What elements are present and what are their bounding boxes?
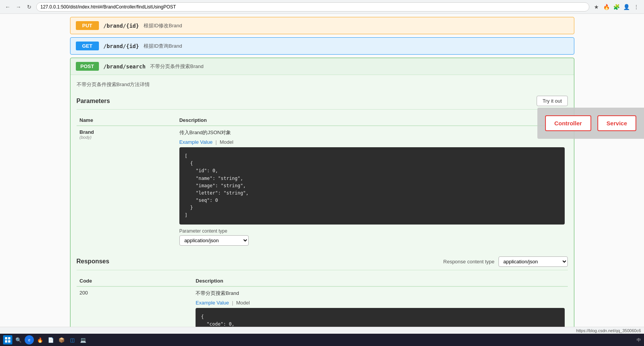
response-content-type-label: Response content type [443,259,495,264]
taskbar-right: 中 [637,337,641,343]
flame-icon: 🔥 [602,3,610,11]
resp-code-200: 200 [80,290,88,296]
taskbar-icon-4[interactable]: 📦 [57,335,66,344]
back-button[interactable]: ← [4,3,12,11]
user-icon: 👤 [622,3,630,11]
taskbar-icon-2[interactable]: 🔥 [35,335,45,344]
status-url: https://blog.csdn.net/qq_350060c6 [576,328,641,333]
param-location: (body) [80,135,173,140]
param-name: Brand [80,129,173,135]
puzzle-icon: 🧩 [612,3,620,11]
responses-title: Responses [77,258,109,265]
put-desc: 根据ID修改Brand [144,22,182,29]
controller-button[interactable]: Controller [545,115,591,131]
param-content-type: Parameter content type application/json [179,228,565,246]
response-content-type-select[interactable]: application/json [498,256,568,267]
method-detail: 不带分页条件搜索Brand方法详情 [77,81,568,88]
search-taskbar-icon[interactable]: 🔍 [14,335,23,344]
bookmark-star-icon: ★ [592,3,600,11]
example-value-link[interactable]: Example Value [179,139,212,145]
taskbar-icon-5[interactable]: ◫ [68,335,77,344]
service-button[interactable]: Service [597,115,636,131]
response-content-type-row: Response content type application/json [443,256,568,267]
post-path: /brand/search [104,63,146,70]
page-content: PUT /brand/{id} 根据ID修改Brand GET /brand/{… [0,17,644,346]
param-row: Brand (body) 传入Brand的JSON对象 Example Valu… [77,126,568,249]
svg-rect-3 [8,340,10,343]
resp-example-value-link[interactable]: Example Value [196,300,229,306]
post-desc: 不带分页条件搜索Brand [150,63,204,70]
params-table: Name Description Brand (body) 传入Brand的JS… [77,115,568,249]
resp-desc-200: 不带分页搜索Brand [196,290,564,297]
try-it-out-button[interactable]: Try it out [537,96,567,106]
taskbar-icon-3[interactable]: 📄 [46,335,55,344]
start-button[interactable] [3,335,12,344]
forward-button[interactable]: → [15,3,22,11]
floating-popup: Controller Service [537,108,644,139]
get-badge: GET [76,42,99,50]
browser-bar: ← → ↻ ★ 🔥 🧩 👤 ⋮ [0,0,644,14]
svg-rect-2 [5,340,7,343]
description-col-header: Description [176,115,568,126]
put-path: /brand/{id} [104,23,139,29]
parameters-header: Parameters Try it out [77,96,568,110]
post-badge: POST [76,62,99,71]
param-description: 传入Brand的JSON对象 [179,129,565,136]
responses-header: Responses Response content type applicat… [77,256,568,270]
model-link[interactable]: Model [220,139,233,145]
reload-button[interactable]: ↻ [25,3,33,11]
address-bar[interactable] [36,2,589,12]
put-badge: PUT [76,21,99,30]
taskbar-icon-6[interactable]: 💻 [79,335,88,344]
taskbar-icon-1[interactable]: e [25,335,34,344]
get-api-row[interactable]: GET /brand/{id} 根据ID查询Brand [70,37,574,55]
status-bar: https://blog.csdn.net/qq_350060c6 [0,327,644,334]
param-content-type-select[interactable]: application/json [179,235,249,246]
resp-separator: | [232,300,233,306]
name-col-header: Name [77,115,176,126]
separator: | [216,139,217,145]
example-value-label: Example Value | Model [179,139,565,145]
resp-description-col-header: Description [192,276,567,286]
param-content-type-label: Parameter content type [179,228,565,234]
post-expanded-content: 不带分页条件搜索Brand方法详情 Parameters Try it out … [70,75,574,346]
svg-rect-0 [5,337,7,339]
get-desc: 根据ID查询Brand [144,43,182,50]
taskbar: 🔍 e 🔥 📄 📦 ◫ 💻 中 [0,334,644,346]
menu-icon: ⋮ [632,3,640,11]
parameters-title: Parameters [77,98,110,105]
main-content: PUT /brand/{id} 根据ID修改Brand GET /brand/{… [70,17,574,346]
resp-model-link[interactable]: Model [236,300,249,306]
resp-example-label: Example Value | Model [196,300,564,306]
post-header: POST /brand/search 不带分页条件搜索Brand [70,58,574,75]
put-api-row[interactable]: PUT /brand/{id} 根据ID修改Brand [70,17,574,34]
post-api-row[interactable]: POST /brand/search 不带分页条件搜索Brand 不带分页条件搜… [70,58,574,346]
get-path: /brand/{id} [104,43,139,49]
code-col-header: Code [77,276,193,286]
svg-rect-1 [8,337,10,339]
request-code-block: [ { "id": 0, "name": "string", "image": … [179,147,565,225]
taskbar-time: 中 [637,337,641,343]
taskbar-left: 🔍 e 🔥 📄 📦 ◫ 💻 [3,335,88,344]
